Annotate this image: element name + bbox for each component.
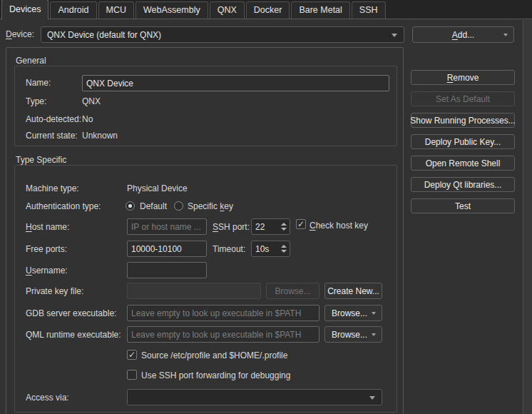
source-profile-label[interactable]: Source /etc/profile and $HOME/.profile [141, 350, 287, 361]
type-value: QNX [82, 96, 101, 107]
current-state-label: Current state: [26, 131, 78, 141]
ssh-port-forwarding-label[interactable]: Use SSH port forwarding for debugging [141, 370, 290, 381]
access-via-label: Access via: [26, 393, 69, 403]
checkmark-icon: ✓ [297, 220, 305, 228]
auto-detected-value: No [82, 114, 93, 125]
check-host-key-label[interactable]: Check host key [310, 221, 368, 231]
auth-specific-key-radio-label[interactable]: Specific key [188, 201, 233, 212]
deploy-qt-libraries-button[interactable]: Deploy Qt libraries... [411, 177, 515, 192]
browse-menu-arrow-icon [372, 333, 376, 336]
browse-menu-button-gdb[interactable]: Browse... [324, 305, 382, 321]
timeout-spinbox[interactable] [251, 241, 290, 257]
ssh-port-forwarding-checkbox[interactable]: ✓ [127, 370, 137, 380]
authentication-type-label: Authentication type: [26, 201, 101, 212]
scrollbar-track[interactable] [523, 20, 532, 414]
dropdown-arrow-icon [392, 34, 397, 37]
spin-up-icon[interactable] [281, 223, 287, 226]
free-ports-label: Free ports: [26, 244, 67, 255]
create-new-key-button[interactable]: Create New... [324, 283, 382, 299]
private-key-file-field[interactable] [127, 283, 261, 299]
tab-android[interactable]: Android [50, 1, 96, 19]
ssh-port-spinbox[interactable] [251, 218, 290, 235]
gdb-server-executable-label: GDB server executable: [26, 308, 116, 319]
current-state-value: Unknown [82, 131, 118, 141]
username-label: Username: [26, 266, 68, 276]
timeout-label: Timeout: [213, 244, 245, 255]
test-button[interactable]: Test [411, 198, 515, 213]
radio-dot-icon [128, 204, 132, 208]
remove-button[interactable]: Remove [411, 70, 515, 85]
tab-bare-metal[interactable]: Bare Metal [291, 1, 349, 19]
device-combobox[interactable]: QNX Device (default for QNX) [41, 26, 404, 43]
tab-qnx[interactable]: QNX [210, 1, 245, 19]
tab-webassembly[interactable]: WebAssembly [135, 1, 208, 19]
tab-bar: Devices Android MCU WebAssembly QNX Dock… [0, 0, 532, 19]
gdb-server-executable-field[interactable] [127, 305, 319, 321]
general-group-title: General [16, 56, 46, 66]
checkmark-icon: ✓ [128, 350, 136, 359]
username-field[interactable] [127, 262, 207, 278]
auth-default-radio-label[interactable]: Default [140, 201, 167, 212]
access-via-combobox[interactable] [127, 389, 382, 405]
name-field[interactable] [82, 75, 389, 91]
ssh-port-label: SSH port: [213, 222, 250, 233]
source-profile-checkbox[interactable]: ✓ [127, 350, 137, 360]
tab-ssh[interactable]: SSH [352, 1, 386, 19]
browse-menu-arrow-icon [372, 312, 376, 315]
dropdown-arrow-icon [369, 396, 375, 400]
open-remote-shell-button[interactable]: Open Remote Shell [411, 156, 515, 171]
machine-type-value: Physical Device [127, 183, 188, 194]
add-button[interactable]: Add... [412, 26, 514, 43]
qml-runtime-executable-label: QML runtime executable: [26, 330, 121, 340]
tab-devices[interactable]: Devices [1, 0, 48, 19]
host-name-label: Host name: [26, 222, 69, 233]
device-settings-page: Devices Android MCU WebAssembly QNX Dock… [0, 0, 532, 414]
qml-runtime-executable-field[interactable] [127, 326, 319, 343]
browse-private-key-button[interactable]: Browse... [266, 283, 319, 299]
deploy-public-key-button[interactable]: Deploy Public Key... [411, 134, 515, 149]
auth-specific-key-radio[interactable] [174, 201, 183, 211]
spin-down-icon[interactable] [281, 250, 287, 253]
machine-type-label: Machine type: [26, 183, 79, 194]
add-menu-arrow-icon [503, 34, 508, 36]
spin-up-icon[interactable] [281, 245, 287, 248]
type-label: Type: [26, 96, 46, 107]
private-key-file-label: Private key file: [26, 286, 83, 297]
tab-docker[interactable]: Docker [246, 1, 290, 19]
browse-menu-button-qml[interactable]: Browse... [324, 326, 382, 343]
device-label: Device: [6, 29, 34, 40]
name-label: Name: [26, 78, 51, 89]
spin-down-icon[interactable] [281, 228, 287, 231]
auth-default-radio[interactable] [126, 201, 135, 211]
auto-detected-label: Auto-detected: [26, 114, 81, 125]
check-host-key-checkbox[interactable]: ✓ [296, 219, 306, 229]
tab-mcu[interactable]: MCU [98, 1, 134, 19]
free-ports-field[interactable] [127, 241, 207, 257]
host-name-field[interactable] [127, 218, 207, 235]
set-as-default-button[interactable]: Set As Default [411, 91, 515, 106]
device-combobox-value: QNX Device (default for QNX) [47, 30, 161, 40]
type-specific-group-title: Type Specific [16, 155, 66, 165]
show-running-processes-button[interactable]: Show Running Processes... [411, 113, 515, 128]
